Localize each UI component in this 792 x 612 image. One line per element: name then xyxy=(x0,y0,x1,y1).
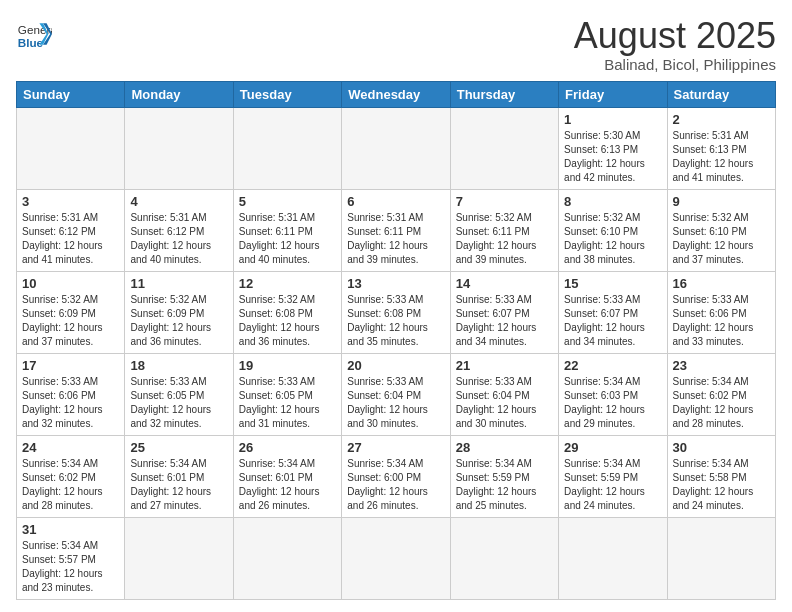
day-number: 11 xyxy=(130,276,227,291)
logo: General Blue xyxy=(16,16,52,52)
day-info: Sunrise: 5:33 AM Sunset: 6:07 PM Dayligh… xyxy=(456,293,553,349)
calendar-week-row: 24Sunrise: 5:34 AM Sunset: 6:02 PM Dayli… xyxy=(17,435,776,517)
calendar-day-cell xyxy=(667,517,775,599)
calendar-day-cell: 3Sunrise: 5:31 AM Sunset: 6:12 PM Daylig… xyxy=(17,189,125,271)
calendar-day-cell: 25Sunrise: 5:34 AM Sunset: 6:01 PM Dayli… xyxy=(125,435,233,517)
day-info: Sunrise: 5:32 AM Sunset: 6:09 PM Dayligh… xyxy=(22,293,119,349)
calendar-day-cell: 9Sunrise: 5:32 AM Sunset: 6:10 PM Daylig… xyxy=(667,189,775,271)
day-number: 8 xyxy=(564,194,661,209)
calendar-week-row: 3Sunrise: 5:31 AM Sunset: 6:12 PM Daylig… xyxy=(17,189,776,271)
day-number: 27 xyxy=(347,440,444,455)
calendar-week-row: 1Sunrise: 5:30 AM Sunset: 6:13 PM Daylig… xyxy=(17,107,776,189)
day-info: Sunrise: 5:34 AM Sunset: 6:01 PM Dayligh… xyxy=(130,457,227,513)
day-number: 21 xyxy=(456,358,553,373)
day-info: Sunrise: 5:33 AM Sunset: 6:04 PM Dayligh… xyxy=(456,375,553,431)
calendar-day-cell: 13Sunrise: 5:33 AM Sunset: 6:08 PM Dayli… xyxy=(342,271,450,353)
day-info: Sunrise: 5:34 AM Sunset: 5:57 PM Dayligh… xyxy=(22,539,119,595)
day-number: 10 xyxy=(22,276,119,291)
day-number: 22 xyxy=(564,358,661,373)
day-info: Sunrise: 5:33 AM Sunset: 6:07 PM Dayligh… xyxy=(564,293,661,349)
weekday-header: Friday xyxy=(559,81,667,107)
day-number: 15 xyxy=(564,276,661,291)
day-number: 24 xyxy=(22,440,119,455)
calendar-day-cell: 11Sunrise: 5:32 AM Sunset: 6:09 PM Dayli… xyxy=(125,271,233,353)
day-info: Sunrise: 5:33 AM Sunset: 6:06 PM Dayligh… xyxy=(673,293,770,349)
day-number: 29 xyxy=(564,440,661,455)
calendar-day-cell: 19Sunrise: 5:33 AM Sunset: 6:05 PM Dayli… xyxy=(233,353,341,435)
day-info: Sunrise: 5:34 AM Sunset: 6:02 PM Dayligh… xyxy=(673,375,770,431)
day-info: Sunrise: 5:31 AM Sunset: 6:12 PM Dayligh… xyxy=(22,211,119,267)
day-info: Sunrise: 5:34 AM Sunset: 6:01 PM Dayligh… xyxy=(239,457,336,513)
day-info: Sunrise: 5:32 AM Sunset: 6:09 PM Dayligh… xyxy=(130,293,227,349)
calendar-day-cell: 4Sunrise: 5:31 AM Sunset: 6:12 PM Daylig… xyxy=(125,189,233,271)
calendar-day-cell: 15Sunrise: 5:33 AM Sunset: 6:07 PM Dayli… xyxy=(559,271,667,353)
day-number: 1 xyxy=(564,112,661,127)
calendar-day-cell: 27Sunrise: 5:34 AM Sunset: 6:00 PM Dayli… xyxy=(342,435,450,517)
calendar-header-row: SundayMondayTuesdayWednesdayThursdayFrid… xyxy=(17,81,776,107)
day-info: Sunrise: 5:34 AM Sunset: 6:02 PM Dayligh… xyxy=(22,457,119,513)
weekday-header: Tuesday xyxy=(233,81,341,107)
weekday-header: Wednesday xyxy=(342,81,450,107)
day-number: 6 xyxy=(347,194,444,209)
day-info: Sunrise: 5:34 AM Sunset: 5:59 PM Dayligh… xyxy=(456,457,553,513)
calendar-day-cell: 24Sunrise: 5:34 AM Sunset: 6:02 PM Dayli… xyxy=(17,435,125,517)
day-info: Sunrise: 5:31 AM Sunset: 6:13 PM Dayligh… xyxy=(673,129,770,185)
day-number: 23 xyxy=(673,358,770,373)
day-info: Sunrise: 5:32 AM Sunset: 6:11 PM Dayligh… xyxy=(456,211,553,267)
calendar-day-cell: 28Sunrise: 5:34 AM Sunset: 5:59 PM Dayli… xyxy=(450,435,558,517)
calendar-day-cell xyxy=(450,517,558,599)
calendar-day-cell xyxy=(125,517,233,599)
weekday-header: Thursday xyxy=(450,81,558,107)
day-number: 9 xyxy=(673,194,770,209)
calendar-day-cell: 17Sunrise: 5:33 AM Sunset: 6:06 PM Dayli… xyxy=(17,353,125,435)
day-number: 28 xyxy=(456,440,553,455)
calendar-day-cell xyxy=(342,107,450,189)
day-number: 3 xyxy=(22,194,119,209)
calendar-day-cell xyxy=(450,107,558,189)
day-info: Sunrise: 5:31 AM Sunset: 6:11 PM Dayligh… xyxy=(347,211,444,267)
day-number: 18 xyxy=(130,358,227,373)
day-number: 2 xyxy=(673,112,770,127)
page-header: General Blue August 2025 Balinad, Bicol,… xyxy=(16,16,776,73)
calendar-day-cell: 16Sunrise: 5:33 AM Sunset: 6:06 PM Dayli… xyxy=(667,271,775,353)
calendar-day-cell: 10Sunrise: 5:32 AM Sunset: 6:09 PM Dayli… xyxy=(17,271,125,353)
svg-text:Blue: Blue xyxy=(18,36,44,49)
day-number: 5 xyxy=(239,194,336,209)
calendar-day-cell xyxy=(342,517,450,599)
logo-icon: General Blue xyxy=(16,16,52,52)
day-number: 14 xyxy=(456,276,553,291)
calendar-day-cell xyxy=(233,517,341,599)
calendar-day-cell: 5Sunrise: 5:31 AM Sunset: 6:11 PM Daylig… xyxy=(233,189,341,271)
day-number: 7 xyxy=(456,194,553,209)
calendar-table: SundayMondayTuesdayWednesdayThursdayFrid… xyxy=(16,81,776,600)
calendar-week-row: 31Sunrise: 5:34 AM Sunset: 5:57 PM Dayli… xyxy=(17,517,776,599)
day-number: 19 xyxy=(239,358,336,373)
day-number: 17 xyxy=(22,358,119,373)
calendar-day-cell: 21Sunrise: 5:33 AM Sunset: 6:04 PM Dayli… xyxy=(450,353,558,435)
day-info: Sunrise: 5:34 AM Sunset: 6:03 PM Dayligh… xyxy=(564,375,661,431)
day-number: 26 xyxy=(239,440,336,455)
weekday-header: Sunday xyxy=(17,81,125,107)
day-info: Sunrise: 5:32 AM Sunset: 6:10 PM Dayligh… xyxy=(673,211,770,267)
calendar-day-cell: 29Sunrise: 5:34 AM Sunset: 5:59 PM Dayli… xyxy=(559,435,667,517)
calendar-day-cell xyxy=(233,107,341,189)
calendar-day-cell: 2Sunrise: 5:31 AM Sunset: 6:13 PM Daylig… xyxy=(667,107,775,189)
day-number: 13 xyxy=(347,276,444,291)
weekday-header: Monday xyxy=(125,81,233,107)
calendar-day-cell: 20Sunrise: 5:33 AM Sunset: 6:04 PM Dayli… xyxy=(342,353,450,435)
day-info: Sunrise: 5:33 AM Sunset: 6:05 PM Dayligh… xyxy=(130,375,227,431)
calendar-day-cell: 23Sunrise: 5:34 AM Sunset: 6:02 PM Dayli… xyxy=(667,353,775,435)
month-title: August 2025 xyxy=(574,16,776,56)
calendar-day-cell xyxy=(125,107,233,189)
calendar-day-cell: 18Sunrise: 5:33 AM Sunset: 6:05 PM Dayli… xyxy=(125,353,233,435)
calendar-day-cell: 30Sunrise: 5:34 AM Sunset: 5:58 PM Dayli… xyxy=(667,435,775,517)
day-info: Sunrise: 5:34 AM Sunset: 6:00 PM Dayligh… xyxy=(347,457,444,513)
calendar-week-row: 17Sunrise: 5:33 AM Sunset: 6:06 PM Dayli… xyxy=(17,353,776,435)
day-number: 4 xyxy=(130,194,227,209)
calendar-day-cell xyxy=(17,107,125,189)
day-info: Sunrise: 5:33 AM Sunset: 6:08 PM Dayligh… xyxy=(347,293,444,349)
calendar-day-cell xyxy=(559,517,667,599)
weekday-header: Saturday xyxy=(667,81,775,107)
day-info: Sunrise: 5:31 AM Sunset: 6:12 PM Dayligh… xyxy=(130,211,227,267)
title-area: August 2025 Balinad, Bicol, Philippines xyxy=(574,16,776,73)
